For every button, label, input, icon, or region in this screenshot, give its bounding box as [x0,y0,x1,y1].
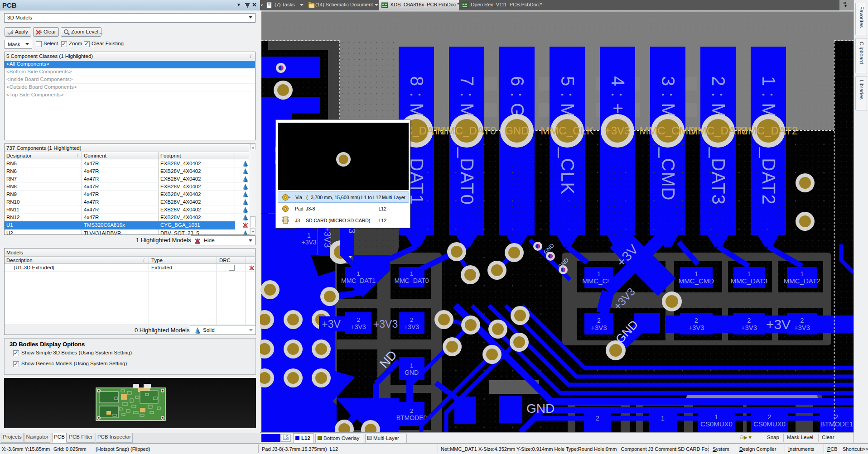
svg-text:2: 2 [596,415,599,422]
svg-text:+3V3: +3V3 [404,323,419,330]
svg-text:+3V3: +3V3 [323,226,333,248]
svg-text:MMC_DAT3: MMC_DAT3 [731,277,767,285]
svg-text:MMC_DAT1: MMC_DAT1 [341,277,376,284]
svg-text:1: 1 [715,413,719,421]
svg-text:2: 2 [747,317,751,324]
svg-text:BTMODE1: BTMODE1 [820,420,854,428]
svg-text:1: 1 [661,415,665,422]
svg-text:2: 2 [410,316,413,323]
svg-text:+3V3: +3V3 [741,324,757,331]
svg-text:GND: GND [405,369,419,376]
svg-text:MMC_CMD: MMC_CMD [679,277,714,285]
svg-text:1: 1 [694,270,698,277]
svg-text:1: 1 [410,362,413,369]
svg-text:1: 1 [357,270,360,277]
svg-text:+3V3: +3V3 [605,124,631,137]
svg-text:2: 2 [597,317,601,324]
svg-text:2: 2 [800,317,804,324]
svg-text:BTMODE0: BTMODE0 [396,414,427,421]
svg-text:MMC_DAT0: MMC_DAT0 [395,277,429,284]
svg-text:2: 2 [694,317,698,324]
svg-text:1: 1 [410,270,413,277]
svg-text:GND: GND [505,124,529,137]
svg-text:CS0MUX0: CS0MUX0 [700,420,733,428]
svg-text:2: 2 [768,413,772,421]
svg-text:CS0MUX0: CS0MUX0 [753,420,786,428]
svg-text:MMC_CLK: MMC_CLK [540,124,593,137]
svg-text:+3V: +3V [322,318,341,330]
svg-text:MMC_DAT2: MMC_DAT2 [739,124,798,137]
svg-text:MMC_CMD: MMC_CMD [639,124,696,137]
svg-text:1: 1 [597,270,601,277]
svg-text:1: 1 [800,270,804,277]
svg-text:2: 2 [835,413,839,421]
svg-text:+3V3: +3V3 [351,323,366,330]
svg-text:+3V: +3V [766,317,791,332]
svg-text:+3V3: +3V3 [591,324,607,331]
svg-text:+3V3: +3V3 [688,324,704,331]
svg-text:+3V3: +3V3 [301,239,316,246]
svg-text:MMC_DAT0: MMC_DAT0 [437,124,496,137]
svg-text:1: 1 [307,232,311,239]
svg-text:+3V3: +3V3 [373,318,398,330]
svg-text:1: 1 [747,270,751,277]
svg-text:2: 2 [410,407,413,414]
svg-text:+3V3: +3V3 [794,324,810,331]
svg-text:2: 2 [357,316,360,323]
svg-text:GND: GND [526,401,555,416]
svg-text:MMC_DAT2: MMC_DAT2 [784,277,820,285]
